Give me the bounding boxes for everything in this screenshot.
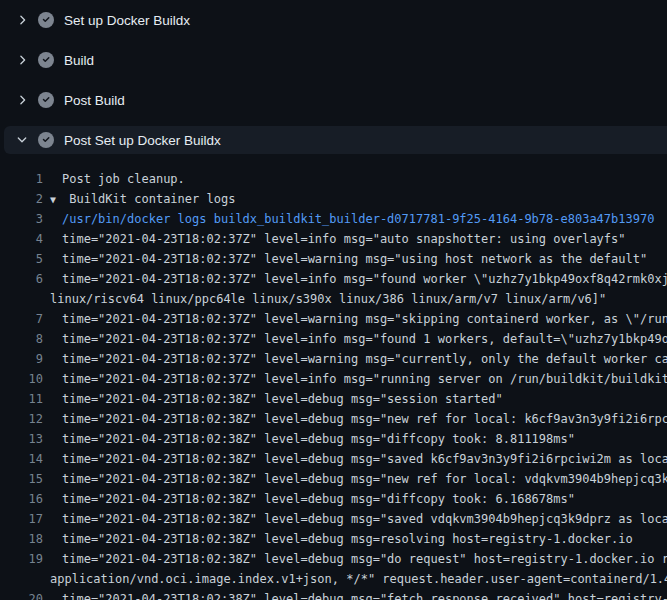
log-line: 17 time="2021-04-23T18:02:38Z" level=deb… [0,509,667,529]
log-text: time="2021-04-23T18:02:38Z" level=debug … [62,509,667,529]
log-line: 7 time="2021-04-23T18:02:37Z" level=warn… [0,309,667,329]
log-line: 16 time="2021-04-23T18:02:38Z" level=deb… [0,489,667,509]
log-line: 1 Post job cleanup. [0,169,667,189]
log-line: 3 /usr/bin/docker logs buildx_buildkit_b… [0,209,667,229]
log-line: 20 time="2021-04-23T18:02:38Z" level=deb… [0,589,667,600]
log-text: time="2021-04-23T18:02:38Z" level=debug … [62,529,633,549]
line-number[interactable] [0,569,43,589]
line-number[interactable]: 16 [0,489,43,509]
line-number[interactable]: 1 [0,169,43,189]
log-text: time="2021-04-23T18:02:37Z" level=info m… [62,369,667,389]
log-line: 11 time="2021-04-23T18:02:38Z" level=deb… [0,389,667,409]
step-post-build[interactable]: Post Build [4,86,667,114]
log-line: 13 time="2021-04-23T18:02:38Z" level=deb… [0,429,667,449]
line-number[interactable]: 10 [0,369,43,389]
line-number[interactable]: 9 [0,349,43,369]
line-number[interactable]: 12 [0,409,43,429]
actions-log-viewer: Set up Docker Buildx Build Post Build [0,0,667,600]
step-label: Post Build [64,93,125,108]
step-list: Set up Docker Buildx Build Post Build [0,0,667,154]
line-number[interactable]: 4 [0,229,43,249]
step-label: Build [64,53,94,68]
line-number[interactable]: 5 [0,249,43,269]
log-text: time="2021-04-23T18:02:37Z" level=warnin… [62,249,647,269]
step-label: Post Set up Docker Buildx [64,133,221,148]
step-post-set-up-docker-buildx[interactable]: Post Set up Docker Buildx [4,126,667,154]
log-text: linux/riscv64 linux/ppc64le linux/s390x … [50,289,606,309]
log-line: 14 time="2021-04-23T18:02:38Z" level=deb… [0,449,667,469]
check-circle-icon [38,92,54,108]
group-toggle-icon[interactable]: ▼ [50,190,62,209]
log-line: 19 time="2021-04-23T18:02:38Z" level=deb… [0,549,667,569]
log-line: application/vnd.oci.image.index.v1+json,… [0,569,667,589]
line-number[interactable]: 3 [0,209,43,229]
log-panel: 1 Post job cleanup. 2 ▼ BuildKit contain… [0,154,667,600]
line-number[interactable] [0,289,43,309]
line-number[interactable]: 18 [0,529,43,549]
log-line: linux/riscv64 linux/ppc64le linux/s390x … [0,289,667,309]
log-line: 4 time="2021-04-23T18:02:37Z" level=info… [0,229,667,249]
log-line: 15 time="2021-04-23T18:02:38Z" level=deb… [0,469,667,489]
line-number[interactable]: 13 [0,429,43,449]
check-circle-icon [38,132,54,148]
log-text: time="2021-04-23T18:02:38Z" level=debug … [62,389,503,409]
log-line: 9 time="2021-04-23T18:02:37Z" level=warn… [0,349,667,369]
line-number[interactable]: 6 [0,269,43,289]
log-text: /usr/bin/docker logs buildx_buildkit_bui… [62,209,654,229]
log-line: 6 time="2021-04-23T18:02:37Z" level=info… [0,269,667,289]
log-text: time="2021-04-23T18:02:37Z" level=info m… [62,229,626,249]
log-text: time="2021-04-23T18:02:37Z" level=info m… [62,269,667,289]
log-line: 2 ▼ BuildKit container logs [0,189,667,209]
log-line: 18 time="2021-04-23T18:02:38Z" level=deb… [0,529,667,549]
step-label: Set up Docker Buildx [64,13,190,28]
log-line: 5 time="2021-04-23T18:02:37Z" level=warn… [0,249,667,269]
step-build[interactable]: Build [4,46,667,74]
line-number[interactable]: 17 [0,509,43,529]
line-number[interactable]: 11 [0,389,43,409]
log-text: time="2021-04-23T18:02:38Z" level=debug … [62,549,667,569]
log-text: application/vnd.oci.image.index.v1+json,… [50,569,667,589]
check-circle-icon [38,12,54,28]
log-text: time="2021-04-23T18:02:38Z" level=debug … [62,409,667,429]
line-number[interactable]: 8 [0,329,43,349]
step-set-up-docker-buildx[interactable]: Set up Docker Buildx [4,6,667,34]
line-number[interactable]: 20 [0,589,43,600]
line-number[interactable]: 19 [0,549,43,569]
check-circle-icon [38,52,54,68]
log-text: time="2021-04-23T18:02:37Z" level=warnin… [62,349,667,369]
log-text: time="2021-04-23T18:02:38Z" level=debug … [62,589,667,600]
log-text: time="2021-04-23T18:02:37Z" level=warnin… [62,309,667,329]
chevron-right-icon [14,92,30,108]
log-line: 10 time="2021-04-23T18:02:37Z" level=inf… [0,369,667,389]
log-text: time="2021-04-23T18:02:38Z" level=debug … [62,429,575,449]
log-text: time="2021-04-23T18:02:38Z" level=debug … [62,489,575,509]
line-number[interactable]: 7 [0,309,43,329]
log-text: time="2021-04-23T18:02:38Z" level=debug … [62,469,667,489]
log-text[interactable]: ▼ BuildKit container logs [50,189,235,209]
line-number[interactable]: 2 [0,189,43,209]
line-number[interactable]: 15 [0,469,43,489]
chevron-right-icon [14,52,30,68]
chevron-right-icon [14,12,30,28]
chevron-down-icon [14,132,30,148]
log-line: 8 time="2021-04-23T18:02:37Z" level=info… [0,329,667,349]
log-text: time="2021-04-23T18:02:37Z" level=info m… [62,329,667,349]
log-text: time="2021-04-23T18:02:38Z" level=debug … [62,449,667,469]
log-text: Post job cleanup. [62,169,185,189]
log-line: 12 time="2021-04-23T18:02:38Z" level=deb… [0,409,667,429]
line-number[interactable]: 14 [0,449,43,469]
